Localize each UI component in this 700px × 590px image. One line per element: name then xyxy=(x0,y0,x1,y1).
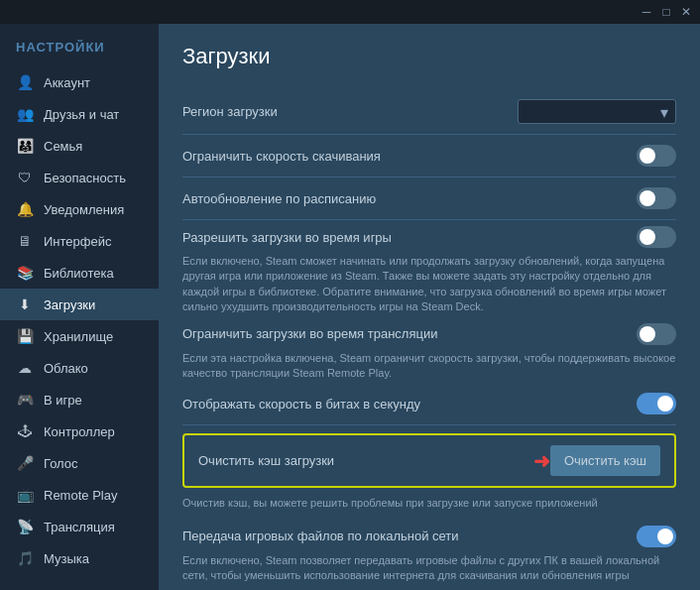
sidebar-item-notifications[interactable]: 🔔Уведомления xyxy=(0,193,159,225)
sidebar-label-downloads: Загрузки xyxy=(44,297,95,312)
sidebar-item-storage[interactable]: 💾Хранилище xyxy=(0,320,159,352)
sidebar-label-friends: Друзья и чат xyxy=(44,107,119,122)
cache-section: Очистить кэш загрузки ➜ Очистить кэш xyxy=(182,433,676,488)
account-icon: 👤 xyxy=(16,73,34,91)
sidebar-item-cloud[interactable]: ☁Облако xyxy=(0,352,159,384)
app-body: НАСТРОЙКИ 👤Аккаунт👥Друзья и чат👨‍👩‍👧Семь… xyxy=(0,24,700,590)
maximize-button[interactable]: □ xyxy=(656,4,676,20)
sidebar-item-interface[interactable]: 🖥Интерфейс xyxy=(0,225,159,257)
broadcast-icon: 📡 xyxy=(16,518,34,535)
sidebar-title: НАСТРОЙКИ xyxy=(0,32,159,66)
ingame-icon: 🎮 xyxy=(16,391,34,409)
allow-during-game-toggle[interactable] xyxy=(637,226,676,248)
clear-cache-button[interactable]: Очистить кэш xyxy=(550,445,660,476)
sidebar-label-broadcast: Трансляция xyxy=(44,520,115,534)
setting-allow-during-game: Разрешить загрузки во время игры Если вк… xyxy=(182,220,676,315)
friends-icon: 👥 xyxy=(16,105,34,123)
download-region-dropdown-wrapper xyxy=(518,99,676,124)
cache-left: Очистить кэш загрузки xyxy=(198,453,533,468)
controller-icon: 🕹 xyxy=(16,422,34,440)
allow-transfer-row: Позволять передачу с этого устройства на… xyxy=(182,586,676,590)
sidebar: НАСТРОЙКИ 👤Аккаунт👥Друзья и чат👨‍👩‍👧Семь… xyxy=(0,24,159,590)
limit-speed-label: Ограничить скорость скачивания xyxy=(182,149,637,164)
sidebar-item-friends[interactable]: 👥Друзья и чат xyxy=(0,98,159,130)
setting-transfer: Передача игровых файлов по локальной сет… xyxy=(182,520,676,584)
download-region-dropdown[interactable] xyxy=(518,99,676,124)
download-region-label: Регион загрузки xyxy=(182,104,518,119)
cache-arrow-icon: ➜ xyxy=(533,449,550,473)
sidebar-item-broadcast[interactable]: 📡Трансляция xyxy=(0,511,159,542)
sidebar-label-notifications: Уведомления xyxy=(44,202,124,217)
sidebar-label-music: Музыка xyxy=(44,551,89,566)
allow-during-game-label: Разрешить загрузки во время игры xyxy=(182,230,637,245)
sidebar-item-controller[interactable]: 🕹Контроллер xyxy=(0,415,159,447)
setting-download-region: Регион загрузки xyxy=(182,89,676,135)
storage-icon: 💾 xyxy=(16,327,34,345)
show-speed-toggle[interactable] xyxy=(637,393,676,414)
close-button[interactable]: ✕ xyxy=(676,4,696,20)
limit-stream-label: Ограничить загрузки во время трансляции xyxy=(182,326,637,341)
cache-description: Очистив кэш, вы можете решить проблемы п… xyxy=(182,496,676,511)
setting-auto-update: Автообновление по расписанию xyxy=(182,177,676,220)
sidebar-item-family[interactable]: 👨‍👩‍👧Семья xyxy=(0,130,159,162)
limit-stream-toggle[interactable] xyxy=(637,323,676,345)
sidebar-label-interface: Интерфейс xyxy=(44,234,111,249)
setting-show-speed: Отображать скорость в битах в секунду xyxy=(182,383,676,425)
main-content: Загрузки Регион загрузки Ограничить скор… xyxy=(159,24,700,590)
transfer-toggle[interactable] xyxy=(637,526,676,547)
transfer-desc: Если включено, Steam позволяет передават… xyxy=(182,553,676,584)
sidebar-label-account: Аккаунт xyxy=(44,75,90,90)
music-icon: 🎵 xyxy=(16,549,34,567)
sidebar-item-ingame[interactable]: 🎮В игре xyxy=(0,384,159,415)
setting-limit-stream: Ограничить загрузки во время трансляции … xyxy=(182,317,676,382)
setting-limit-speed: Ограничить скорость скачивания xyxy=(182,135,676,177)
library-icon: 📚 xyxy=(16,264,34,282)
sidebar-label-cloud: Облако xyxy=(44,361,88,376)
title-bar: ─ □ ✕ xyxy=(0,0,700,24)
sidebar-item-library[interactable]: 📚Библиотека xyxy=(0,257,159,289)
transfer-label: Передача игровых файлов по локальной сет… xyxy=(182,529,637,543)
sidebar-item-voice[interactable]: 🎤Голос xyxy=(0,447,159,479)
cache-label: Очистить кэш загрузки xyxy=(198,453,533,468)
sidebar-item-security[interactable]: 🛡Безопасность xyxy=(0,162,159,193)
limit-speed-toggle[interactable] xyxy=(637,145,676,167)
sidebar-item-remoteplay[interactable]: 📺Remote Play xyxy=(0,479,159,511)
allow-during-game-desc: Если включено, Steam сможет начинать или… xyxy=(182,254,676,315)
show-speed-label: Отображать скорость в битах в секунду xyxy=(182,397,637,412)
notifications-icon: 🔔 xyxy=(16,200,34,218)
limit-stream-desc: Если эта настройка включена, Steam огран… xyxy=(182,351,676,382)
sidebar-item-account[interactable]: 👤Аккаунт xyxy=(0,66,159,98)
sidebar-label-security: Безопасность xyxy=(44,171,126,185)
sidebar-label-remoteplay: Remote Play xyxy=(44,488,117,503)
downloads-icon: ⬇ xyxy=(16,295,34,313)
sidebar-label-storage: Хранилище xyxy=(44,329,113,344)
auto-update-label: Автообновление по расписанию xyxy=(182,191,637,206)
security-icon: 🛡 xyxy=(16,169,34,186)
remoteplay-icon: 📺 xyxy=(16,486,34,504)
sidebar-label-controller: Контроллер xyxy=(44,424,115,439)
sidebar-label-voice: Голос xyxy=(44,456,78,471)
interface-icon: 🖥 xyxy=(16,232,34,250)
minimize-button[interactable]: ─ xyxy=(637,4,656,20)
sidebar-item-downloads[interactable]: ⬇Загрузки xyxy=(0,289,159,320)
family-icon: 👨‍👩‍👧 xyxy=(16,137,34,155)
sidebar-label-library: Библиотека xyxy=(44,266,114,281)
cloud-icon: ☁ xyxy=(16,359,34,377)
voice-icon: 🎤 xyxy=(16,454,34,472)
page-title: Загрузки xyxy=(182,44,676,69)
auto-update-toggle[interactable] xyxy=(637,187,676,209)
sidebar-item-music[interactable]: 🎵Музыка xyxy=(0,542,159,574)
sidebar-label-ingame: В игре xyxy=(44,393,82,408)
sidebar-label-family: Семья xyxy=(44,139,82,154)
